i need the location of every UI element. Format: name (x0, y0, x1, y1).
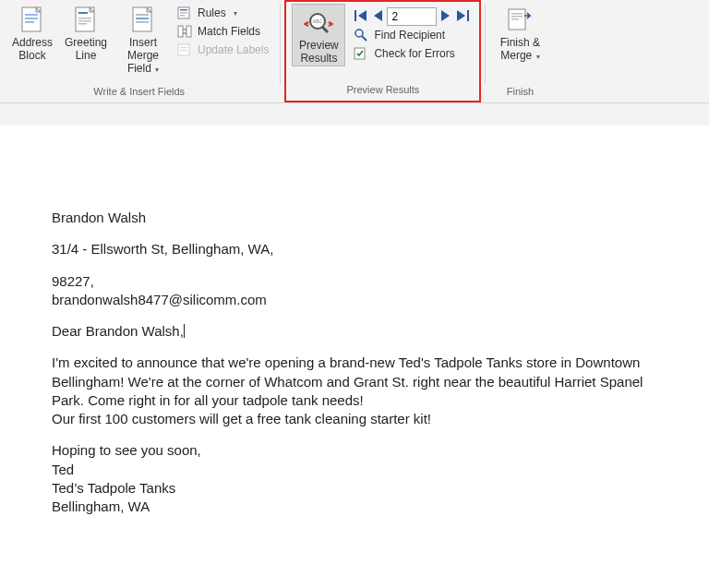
svg-rect-25 (354, 10, 356, 21)
address-block-icon (18, 6, 47, 35)
chevron-down-icon: ▾ (234, 9, 237, 18)
update-labels-label: Update Labels (198, 43, 269, 56)
svg-point-27 (355, 30, 363, 37)
record-number-input[interactable] (387, 7, 437, 26)
greeting-line-label: Greeting Line (61, 37, 111, 63)
svg-rect-21 (180, 50, 187, 51)
svg-rect-17 (178, 26, 183, 37)
svg-rect-7 (78, 20, 91, 22)
svg-rect-33 (511, 18, 519, 20)
preview-results-icon: ABC (304, 8, 333, 38)
update-labels-button: Update Labels (177, 42, 269, 57)
closing-line: Bellingham, WA (52, 498, 657, 516)
rules-icon (177, 6, 192, 20)
preview-results-button[interactable]: ABC Preview Results (292, 4, 345, 66)
match-fields-label: Match Fields (198, 25, 260, 38)
insert-merge-field-icon (128, 6, 158, 35)
svg-rect-10 (136, 14, 149, 16)
closing-line: Ted’s Tadpole Tanks (52, 479, 657, 498)
first-record-button[interactable] (354, 9, 368, 25)
next-icon (440, 9, 451, 22)
svg-line-24 (322, 27, 328, 32)
previous-record-button[interactable] (372, 9, 383, 25)
check-errors-button[interactable]: Check for Errors (354, 46, 470, 61)
last-record-button[interactable] (455, 9, 470, 25)
svg-rect-1 (25, 14, 38, 16)
recipient-address: 31/4 - Ellsworth St, Bellingham, WA, (52, 240, 657, 258)
insert-merge-field-label: Insert Merge Field ▾ (114, 37, 172, 75)
preview-results-label: Preview Results (294, 40, 342, 66)
recipient-name: Brandon Walsh (52, 209, 657, 227)
rules-label: Rules (198, 6, 226, 19)
find-recipient-label: Find Recipient (374, 29, 445, 42)
svg-rect-15 (180, 12, 187, 14)
recipient-email: brandonwalsh8477@silicomm.com (52, 291, 657, 309)
group-finish: Finish & Merge ▾ Finish (487, 0, 552, 102)
group-label-preview: Preview Results (292, 82, 474, 99)
last-icon (455, 9, 470, 22)
find-recipient-button[interactable]: Find Recipient (354, 28, 470, 42)
document-page[interactable]: Brandon Walsh 31/4 - Ellsworth St, Belli… (0, 126, 709, 588)
group-write-insert: Address Block Greeting Line (0, 0, 278, 102)
svg-rect-12 (136, 21, 149, 23)
svg-rect-3 (25, 21, 34, 23)
find-recipient-icon (354, 28, 368, 42)
svg-rect-32 (511, 16, 523, 18)
svg-rect-6 (78, 18, 91, 19)
ribbon: Address Block Greeting Line (0, 0, 709, 103)
svg-rect-14 (180, 9, 187, 11)
group-preview-results: ABC Preview Results (284, 0, 481, 102)
group-separator (485, 4, 486, 84)
svg-rect-20 (180, 47, 187, 48)
greeting-line-button[interactable]: Greeting Line (59, 2, 113, 63)
chevron-down-icon: ▾ (153, 66, 159, 74)
body-line: I'm excited to announce that we're openi… (52, 354, 657, 372)
next-record-button[interactable] (440, 9, 451, 25)
body-line: Our first 100 customers will get a free … (52, 410, 657, 428)
first-icon (354, 9, 368, 22)
document-area[interactable]: Brandon Walsh 31/4 - Ellsworth St, Belli… (0, 103, 709, 588)
body-line: Bellingham! We're at the corner of Whatc… (52, 373, 657, 391)
finish-merge-button[interactable]: Finish & Merge ▾ (493, 2, 547, 63)
recipient-zip: 98227, (52, 272, 657, 291)
prev-icon (372, 9, 383, 22)
svg-line-28 (362, 36, 367, 41)
body-line: Park. Come right in for all your tadpole… (52, 391, 657, 410)
svg-text:ABC: ABC (313, 18, 323, 24)
insert-merge-field-button[interactable]: Insert Merge Field ▾ (113, 2, 174, 75)
group-label-finish: Finish (493, 84, 547, 101)
match-fields-icon (177, 24, 192, 39)
group-label-write-insert: Write & Insert Fields (6, 84, 272, 101)
svg-rect-11 (136, 18, 149, 19)
address-block-label: Address Block (7, 37, 57, 63)
address-block-button[interactable]: Address Block (6, 2, 59, 63)
closing-line: Hoping to see you soon, (52, 441, 657, 460)
svg-rect-26 (467, 10, 469, 21)
svg-rect-8 (78, 23, 87, 25)
greeting-line-icon (71, 6, 101, 35)
salutation-line: Dear Brandon Walsh, (52, 322, 657, 341)
rules-button[interactable]: Rules▾ (177, 6, 269, 20)
text-cursor (184, 324, 185, 338)
check-errors-label: Check for Errors (374, 47, 454, 60)
finish-merge-icon (505, 6, 535, 35)
svg-rect-31 (511, 13, 523, 15)
closing-line: Ted (52, 461, 657, 479)
svg-rect-16 (180, 15, 185, 17)
check-errors-icon (354, 46, 368, 61)
svg-rect-5 (78, 12, 88, 14)
svg-rect-18 (186, 26, 191, 37)
group-separator (280, 4, 281, 84)
chevron-down-icon: ▾ (534, 53, 539, 61)
match-fields-button[interactable]: Match Fields (177, 24, 269, 39)
update-labels-icon (177, 42, 192, 57)
finish-merge-label: Finish & Merge ▾ (495, 37, 545, 63)
svg-rect-2 (25, 18, 38, 19)
